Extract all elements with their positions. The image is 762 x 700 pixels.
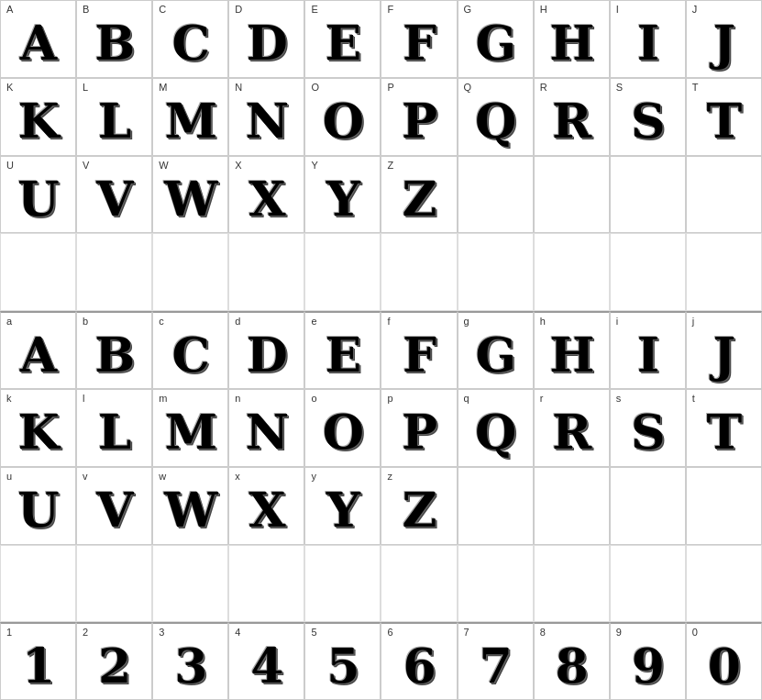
cell-glyph: 7 [480,642,512,690]
glyph-cell [458,156,534,234]
cell-label: I [616,5,619,15]
cell-glyph: L [98,408,131,456]
cell-label: 5 [311,628,316,638]
cell-label: D [235,5,242,15]
cell-glyph: U [17,486,58,534]
cell-label: g [464,317,469,327]
cell-label: c [159,317,164,327]
glyph-cell: uU [0,467,76,545]
glyph-cell: 44 [228,622,304,700]
glyph-cell [534,156,610,234]
cell-glyph: S [631,408,665,456]
cell-label: V [83,161,89,171]
glyph-cell [458,467,534,545]
glyph-cell: 33 [152,622,228,700]
glyph-cell: 99 [610,622,686,700]
glyph-cell: zZ [381,467,457,545]
glyph-cell: bB [76,311,152,389]
glyph-cell: HH [534,0,610,78]
cell-label: 4 [235,628,240,638]
cell-glyph: F [403,331,436,379]
cell-label: u [6,472,12,482]
glyph-cell [76,545,152,623]
cell-label: q [464,394,469,404]
glyph-cell [686,467,762,545]
cell-glyph: O [323,408,363,456]
glyph-cell [458,545,534,623]
glyph-cell [534,467,610,545]
glyph-cell [228,545,304,623]
glyph-cell: dD [228,311,304,389]
cell-label: S [616,83,623,93]
cell-label: P [387,83,393,93]
cell-glyph: G [475,331,514,379]
glyph-cell: KK [0,78,76,156]
cell-glyph: H [549,331,593,379]
cell-label: y [311,472,316,482]
glyph-cell: JJ [686,0,762,78]
glyph-cell: 11 [0,622,76,700]
glyph-cell: ZZ [381,156,457,234]
glyph-cell [534,545,610,623]
glyph-cell: lL [76,389,152,467]
cell-glyph: Z [403,175,436,223]
glyph-cell: aA [0,311,76,389]
cell-label: k [6,394,12,404]
cell-glyph: X [248,486,284,534]
cell-glyph: 8 [556,642,588,690]
cell-label: n [235,394,240,404]
glyph-cell: wW [152,467,228,545]
cell-label: N [235,83,242,93]
cell-glyph: M [164,97,216,145]
glyph-cell: jJ [686,311,762,389]
glyph-cell: EE [304,0,381,78]
cell-label: Y [311,161,317,171]
cell-label: T [692,83,699,93]
cell-glyph: G [475,19,514,67]
glyph-cell: YY [304,156,381,234]
cell-glyph: 2 [98,642,130,690]
glyph-cell: 88 [534,622,610,700]
glyph-cell: PP [381,78,457,156]
glyph-cell: 77 [458,622,534,700]
glyph-cell: gG [458,311,534,389]
cell-label: Z [387,161,393,171]
glyph-cell [686,233,762,311]
cell-label: U [6,161,14,171]
cell-label: R [540,83,547,93]
glyph-cell: GG [458,0,534,78]
glyph-cell [686,156,762,234]
glyph-cell [381,233,457,311]
cell-label: W [159,161,168,171]
font-specimen-grid: AABBCCDDEEFFGGHHIIJJKKLLMMNNOOPPQQRRSSTT… [0,0,762,700]
cell-label: s [616,394,622,404]
cell-glyph: 4 [250,642,282,690]
cell-label: 0 [692,628,698,638]
cell-label: w [159,472,166,482]
glyph-cell [381,545,457,623]
glyph-cell [610,467,686,545]
cell-glyph: P [402,97,436,145]
glyph-cell: yY [304,467,381,545]
cell-label: H [540,5,547,15]
cell-glyph: H [549,19,593,67]
cell-glyph: Q [475,408,515,456]
cell-label: E [311,5,317,15]
glyph-cell: DD [228,0,304,78]
glyph-cell [610,233,686,311]
glyph-cell: 00 [686,622,762,700]
cell-label: 1 [6,628,12,638]
glyph-cell [304,233,381,311]
cell-glyph: T [707,408,742,456]
glyph-cell: BB [76,0,152,78]
cell-label: d [235,317,240,327]
cell-glyph: Y [326,175,359,223]
glyph-cell: iI [610,311,686,389]
glyph-cell: eE [304,311,381,389]
glyph-cell: qQ [458,389,534,467]
glyph-cell: mM [152,389,228,467]
glyph-cell: 22 [76,622,152,700]
cell-glyph: A [20,331,56,379]
cell-label: A [6,5,13,15]
cell-glyph: L [98,97,131,145]
